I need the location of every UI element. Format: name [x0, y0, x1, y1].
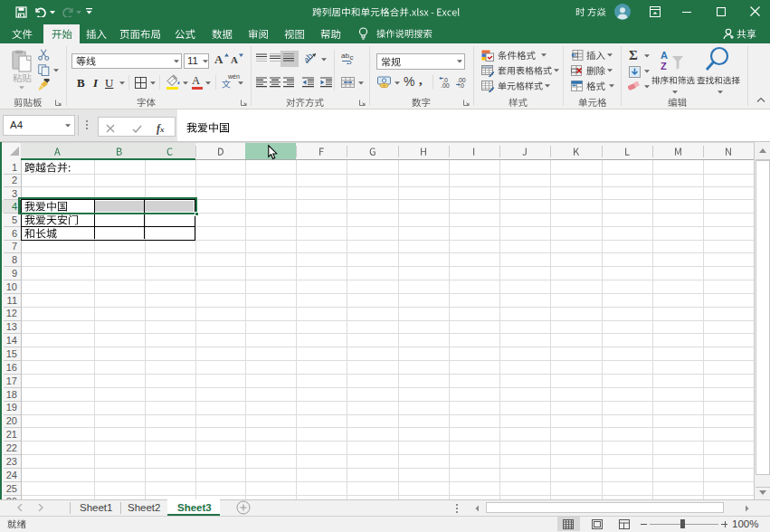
svg-text:ab: ab: [341, 52, 349, 60]
svg-text:c: c: [350, 53, 354, 62]
svg-text:ab: ab: [305, 52, 315, 64]
svg-text:A: A: [661, 50, 668, 61]
svg-text:Z: Z: [661, 61, 667, 71]
svg-text:.00: .00: [441, 82, 450, 88]
